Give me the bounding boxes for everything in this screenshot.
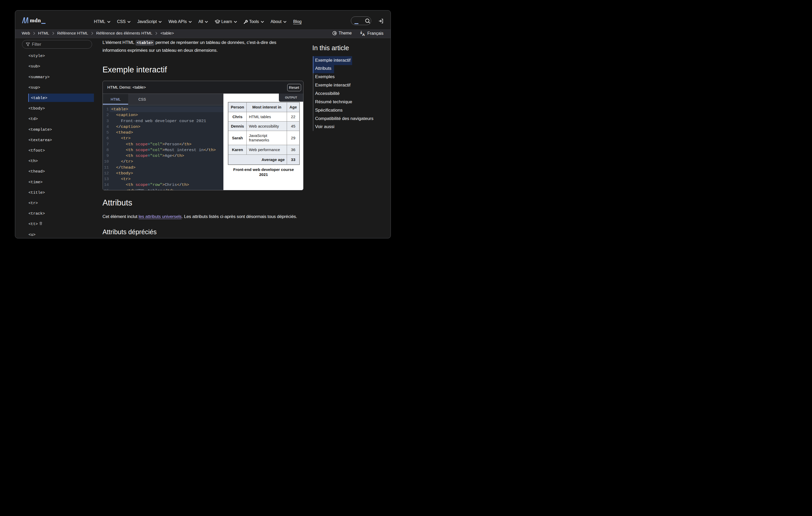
svg-text:A: A (362, 33, 365, 36)
